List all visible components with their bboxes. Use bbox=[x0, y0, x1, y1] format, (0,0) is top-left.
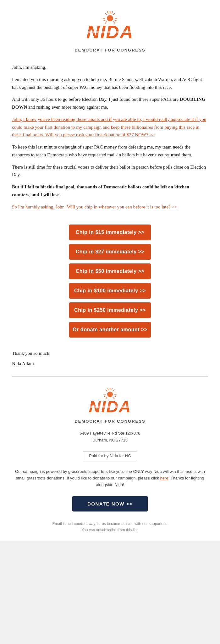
svg-line-5 bbox=[105, 13, 107, 15]
donate-other-button[interactable]: Or donate another amount >> bbox=[69, 322, 151, 338]
doubling-down-text: DOUBLING DOWN bbox=[12, 97, 206, 110]
address-line2: Durham, NC 27713 bbox=[6, 437, 214, 444]
svg-line-11 bbox=[104, 20, 105, 21]
donation-buttons-section: Chip in $15 immediately >> Chip in $27 i… bbox=[0, 221, 220, 344]
paragraph3-link[interactable]: John, I know you've been reading these e… bbox=[12, 117, 206, 138]
footer-unsubscribe: Email is an important way for us to comm… bbox=[0, 518, 220, 540]
donate-27-button[interactable]: Chip in $27 immediately >> bbox=[69, 244, 151, 260]
paragraph4: To keep this last minute onslaught of su… bbox=[12, 143, 208, 159]
svg-line-19 bbox=[106, 390, 107, 391]
svg-line-10 bbox=[115, 20, 116, 21]
paid-for-box: Paid for by Nida for NC bbox=[83, 451, 137, 460]
paragraph6-bold: But if I fail to hit this final goal, th… bbox=[12, 184, 189, 197]
paragraph7-link[interactable]: So I'm humbly asking, John: Will you chi… bbox=[12, 204, 177, 209]
unsubscribe-line2: You can unsubscribe from this list. bbox=[6, 527, 214, 533]
logo-tagline: DEMOCRAT FOR CONGRESS bbox=[6, 48, 214, 52]
paragraph2: And with only 36 hours to go before Elec… bbox=[12, 95, 208, 111]
paragraph7: So I'm humbly asking, John: Will you chi… bbox=[12, 203, 208, 211]
unsubscribe-line1: Email is an important way for us to comm… bbox=[6, 521, 214, 527]
svg-line-23 bbox=[108, 388, 108, 390]
svg-line-2 bbox=[113, 13, 115, 15]
footer-tagline: DEMOCRAT FOR CONGRESS bbox=[6, 419, 214, 424]
footer-grassroots: Our campaign is powered by grassroots su… bbox=[0, 465, 220, 493]
footer-address: 6409 Fayetteville Rd Ste 120-378 Durham,… bbox=[0, 427, 220, 447]
email-body: John, I'm shaking. I emailed you this mo… bbox=[0, 57, 220, 221]
paid-for-wrapper: Paid for by Nida for NC bbox=[0, 449, 220, 462]
donate-now-section: DONATE NOW >> bbox=[0, 496, 220, 511]
svg-line-16 bbox=[113, 390, 114, 391]
logo-container: NIDA bbox=[79, 9, 141, 44]
email-header: NIDA DEMOCRAT FOR CONGRESS bbox=[0, 0, 220, 57]
closing-line2: Nida Allam bbox=[12, 360, 208, 368]
paragraph1: I emailed you this morning asking you to… bbox=[12, 76, 208, 91]
footer-nida-logo-svg: NIDA bbox=[82, 386, 138, 418]
donate-50-button[interactable]: Chip in $50 immediately >> bbox=[69, 263, 151, 279]
donate-now-button[interactable]: DONATE NOW >> bbox=[72, 496, 148, 511]
donate-100-button[interactable]: Chip in $100 immediately >> bbox=[69, 283, 151, 299]
closing-section: Thank you so much, Nida Allam bbox=[0, 344, 220, 373]
svg-line-25 bbox=[104, 396, 106, 397]
svg-point-14 bbox=[107, 391, 113, 397]
paragraph3: John, I know you've been reading these e… bbox=[12, 116, 208, 139]
donate-250-button[interactable]: Chip in $250 immediately >> bbox=[69, 302, 151, 318]
nida-logo-svg: NIDA bbox=[79, 9, 141, 44]
svg-rect-27 bbox=[87, 405, 133, 408]
grassroots-link[interactable]: here bbox=[160, 476, 168, 480]
svg-line-8 bbox=[112, 12, 113, 14]
paragraph6: But if I fail to hit this final goal, th… bbox=[12, 183, 208, 199]
greeting: John, I'm shaking. bbox=[12, 63, 208, 71]
footer-logo-section: NIDA DEMOCRAT FOR CONGRESS bbox=[0, 377, 220, 427]
svg-point-0 bbox=[107, 15, 113, 21]
email-wrapper: NIDA DEMOCRAT FOR CONGRESS John, I'm sha… bbox=[0, 0, 220, 541]
address-line1: 6409 Fayetteville Rd Ste 120-378 bbox=[6, 430, 214, 437]
svg-rect-13 bbox=[84, 31, 136, 33]
svg-line-22 bbox=[112, 388, 112, 390]
donate-15-button[interactable]: Chip in $15 immediately >> bbox=[69, 225, 151, 240]
closing-line1: Thank you so much, bbox=[12, 349, 208, 357]
svg-line-9 bbox=[107, 12, 108, 14]
paragraph5: There is still time for these crucial vo… bbox=[12, 163, 208, 179]
svg-line-24 bbox=[114, 396, 116, 397]
